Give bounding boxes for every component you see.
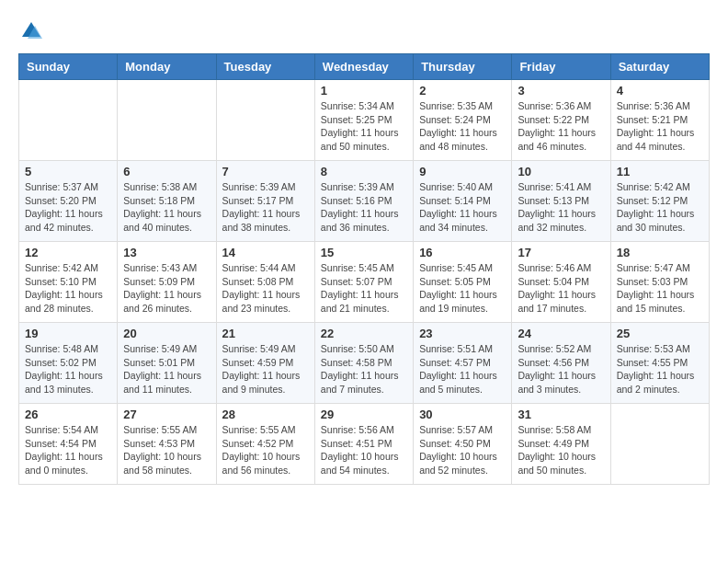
calendar-cell bbox=[19, 80, 118, 161]
calendar-week-row: 12Sunrise: 5:42 AM Sunset: 5:10 PM Dayli… bbox=[19, 242, 710, 323]
day-number: 13 bbox=[123, 246, 210, 259]
day-info: Sunrise: 5:50 AM Sunset: 4:58 PM Dayligh… bbox=[321, 342, 407, 396]
day-info: Sunrise: 5:49 AM Sunset: 4:59 PM Dayligh… bbox=[222, 342, 309, 396]
day-number: 29 bbox=[321, 408, 407, 421]
page-header bbox=[18, 18, 710, 44]
day-number: 7 bbox=[222, 165, 309, 178]
day-number: 9 bbox=[419, 165, 506, 178]
day-number: 18 bbox=[617, 246, 703, 259]
calendar-cell: 16Sunrise: 5:45 AM Sunset: 5:05 PM Dayli… bbox=[414, 242, 512, 323]
day-info: Sunrise: 5:36 AM Sunset: 5:22 PM Dayligh… bbox=[518, 99, 604, 154]
day-info: Sunrise: 5:42 AM Sunset: 5:12 PM Dayligh… bbox=[617, 180, 703, 235]
day-number: 30 bbox=[419, 408, 506, 421]
calendar-cell: 19Sunrise: 5:48 AM Sunset: 5:02 PM Dayli… bbox=[19, 323, 118, 404]
day-info: Sunrise: 5:45 AM Sunset: 5:05 PM Dayligh… bbox=[419, 261, 506, 316]
weekday-header: Wednesday bbox=[314, 54, 413, 80]
calendar-header-row: SundayMondayTuesdayWednesdayThursdayFrid… bbox=[19, 54, 710, 80]
day-info: Sunrise: 5:56 AM Sunset: 4:51 PM Dayligh… bbox=[321, 423, 407, 477]
calendar-cell: 7Sunrise: 5:39 AM Sunset: 5:17 PM Daylig… bbox=[216, 161, 314, 242]
day-info: Sunrise: 5:36 AM Sunset: 5:21 PM Dayligh… bbox=[617, 99, 703, 154]
logo bbox=[18, 18, 46, 44]
calendar-cell: 10Sunrise: 5:41 AM Sunset: 5:13 PM Dayli… bbox=[512, 161, 610, 242]
day-number: 6 bbox=[123, 165, 210, 178]
calendar-cell bbox=[610, 404, 709, 485]
calendar-cell: 15Sunrise: 5:45 AM Sunset: 5:07 PM Dayli… bbox=[314, 242, 413, 323]
calendar-cell: 30Sunrise: 5:57 AM Sunset: 4:50 PM Dayli… bbox=[414, 404, 512, 485]
day-info: Sunrise: 5:55 AM Sunset: 4:52 PM Dayligh… bbox=[222, 423, 309, 477]
calendar-cell: 4Sunrise: 5:36 AM Sunset: 5:21 PM Daylig… bbox=[610, 80, 709, 161]
day-info: Sunrise: 5:51 AM Sunset: 4:57 PM Dayligh… bbox=[419, 342, 506, 396]
day-number: 15 bbox=[321, 246, 407, 259]
day-info: Sunrise: 5:47 AM Sunset: 5:03 PM Dayligh… bbox=[617, 261, 703, 316]
day-number: 24 bbox=[518, 327, 604, 340]
day-info: Sunrise: 5:38 AM Sunset: 5:18 PM Dayligh… bbox=[123, 180, 210, 235]
weekday-header: Thursday bbox=[414, 54, 512, 80]
calendar-week-row: 26Sunrise: 5:54 AM Sunset: 4:54 PM Dayli… bbox=[19, 404, 710, 485]
day-info: Sunrise: 5:41 AM Sunset: 5:13 PM Dayligh… bbox=[518, 180, 604, 235]
day-info: Sunrise: 5:57 AM Sunset: 4:50 PM Dayligh… bbox=[419, 423, 506, 477]
day-number: 23 bbox=[419, 327, 506, 340]
day-info: Sunrise: 5:45 AM Sunset: 5:07 PM Dayligh… bbox=[321, 261, 407, 316]
day-number: 26 bbox=[25, 408, 111, 421]
day-number: 17 bbox=[518, 246, 604, 259]
day-number: 4 bbox=[617, 84, 703, 98]
day-number: 1 bbox=[321, 84, 407, 98]
calendar-cell: 3Sunrise: 5:36 AM Sunset: 5:22 PM Daylig… bbox=[512, 80, 610, 161]
day-info: Sunrise: 5:34 AM Sunset: 5:25 PM Dayligh… bbox=[321, 99, 407, 154]
weekday-header: Monday bbox=[118, 54, 216, 80]
calendar-cell: 6Sunrise: 5:38 AM Sunset: 5:18 PM Daylig… bbox=[118, 161, 216, 242]
calendar-cell: 22Sunrise: 5:50 AM Sunset: 4:58 PM Dayli… bbox=[314, 323, 413, 404]
weekday-header: Tuesday bbox=[216, 54, 314, 80]
day-number: 20 bbox=[123, 327, 210, 340]
calendar-cell: 17Sunrise: 5:46 AM Sunset: 5:04 PM Dayli… bbox=[512, 242, 610, 323]
day-number: 10 bbox=[518, 165, 604, 178]
calendar-cell: 20Sunrise: 5:49 AM Sunset: 5:01 PM Dayli… bbox=[118, 323, 216, 404]
calendar-cell: 28Sunrise: 5:55 AM Sunset: 4:52 PM Dayli… bbox=[216, 404, 314, 485]
logo-icon bbox=[18, 18, 44, 44]
calendar-cell: 1Sunrise: 5:34 AM Sunset: 5:25 PM Daylig… bbox=[314, 80, 413, 161]
day-number: 2 bbox=[419, 84, 506, 98]
day-info: Sunrise: 5:52 AM Sunset: 4:56 PM Dayligh… bbox=[518, 342, 604, 396]
day-number: 12 bbox=[25, 246, 111, 259]
day-number: 8 bbox=[321, 165, 407, 178]
day-number: 31 bbox=[518, 408, 604, 421]
calendar-cell: 24Sunrise: 5:52 AM Sunset: 4:56 PM Dayli… bbox=[512, 323, 610, 404]
calendar-cell bbox=[118, 80, 216, 161]
day-info: Sunrise: 5:37 AM Sunset: 5:20 PM Dayligh… bbox=[25, 180, 111, 235]
day-number: 11 bbox=[617, 165, 703, 178]
day-info: Sunrise: 5:48 AM Sunset: 5:02 PM Dayligh… bbox=[25, 342, 111, 396]
day-info: Sunrise: 5:58 AM Sunset: 4:49 PM Dayligh… bbox=[518, 423, 604, 477]
day-number: 27 bbox=[123, 408, 210, 421]
calendar-cell: 29Sunrise: 5:56 AM Sunset: 4:51 PM Dayli… bbox=[314, 404, 413, 485]
day-number: 19 bbox=[25, 327, 111, 340]
calendar-cell bbox=[216, 80, 314, 161]
day-info: Sunrise: 5:55 AM Sunset: 4:53 PM Dayligh… bbox=[123, 423, 210, 477]
calendar-cell: 2Sunrise: 5:35 AM Sunset: 5:24 PM Daylig… bbox=[414, 80, 512, 161]
weekday-header: Sunday bbox=[19, 54, 118, 80]
calendar-cell: 21Sunrise: 5:49 AM Sunset: 4:59 PM Dayli… bbox=[216, 323, 314, 404]
day-number: 21 bbox=[222, 327, 309, 340]
calendar-cell: 13Sunrise: 5:43 AM Sunset: 5:09 PM Dayli… bbox=[118, 242, 216, 323]
day-info: Sunrise: 5:42 AM Sunset: 5:10 PM Dayligh… bbox=[25, 261, 111, 316]
calendar-cell: 25Sunrise: 5:53 AM Sunset: 4:55 PM Dayli… bbox=[610, 323, 709, 404]
day-number: 22 bbox=[321, 327, 407, 340]
day-info: Sunrise: 5:39 AM Sunset: 5:16 PM Dayligh… bbox=[321, 180, 407, 235]
day-info: Sunrise: 5:46 AM Sunset: 5:04 PM Dayligh… bbox=[518, 261, 604, 316]
calendar-week-row: 19Sunrise: 5:48 AM Sunset: 5:02 PM Dayli… bbox=[19, 323, 710, 404]
day-number: 16 bbox=[419, 246, 506, 259]
day-info: Sunrise: 5:35 AM Sunset: 5:24 PM Dayligh… bbox=[419, 99, 506, 154]
calendar-cell: 9Sunrise: 5:40 AM Sunset: 5:14 PM Daylig… bbox=[414, 161, 512, 242]
calendar-table: SundayMondayTuesdayWednesdayThursdayFrid… bbox=[18, 53, 710, 485]
day-number: 3 bbox=[518, 84, 604, 98]
day-info: Sunrise: 5:44 AM Sunset: 5:08 PM Dayligh… bbox=[222, 261, 309, 316]
day-number: 25 bbox=[617, 327, 703, 340]
day-info: Sunrise: 5:43 AM Sunset: 5:09 PM Dayligh… bbox=[123, 261, 210, 316]
calendar-cell: 8Sunrise: 5:39 AM Sunset: 5:16 PM Daylig… bbox=[314, 161, 413, 242]
calendar-week-row: 5Sunrise: 5:37 AM Sunset: 5:20 PM Daylig… bbox=[19, 161, 710, 242]
day-number: 5 bbox=[25, 165, 111, 178]
calendar-cell: 26Sunrise: 5:54 AM Sunset: 4:54 PM Dayli… bbox=[19, 404, 118, 485]
day-number: 28 bbox=[222, 408, 309, 421]
day-number: 14 bbox=[222, 246, 309, 259]
day-info: Sunrise: 5:40 AM Sunset: 5:14 PM Dayligh… bbox=[419, 180, 506, 235]
day-info: Sunrise: 5:39 AM Sunset: 5:17 PM Dayligh… bbox=[222, 180, 309, 235]
